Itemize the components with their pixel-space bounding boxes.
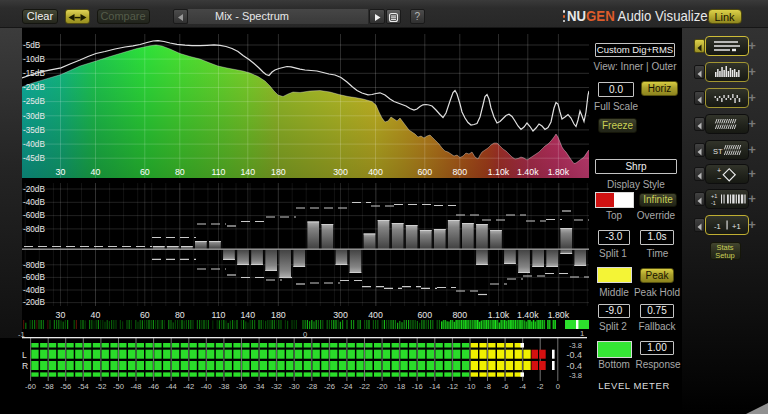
svg-text:30: 30 (56, 310, 66, 319)
svg-text:-28: -28 (306, 382, 317, 391)
svg-text:-20dB: -20dB (23, 185, 45, 194)
svg-text:-18: -18 (394, 382, 405, 391)
svg-text:-10: -10 (465, 382, 476, 391)
svg-text:300: 300 (333, 167, 348, 177)
svg-text:-4: -4 (519, 382, 526, 391)
svg-text:-14: -14 (429, 382, 440, 391)
svg-text:400: 400 (368, 310, 383, 319)
svg-text:-15dB: -15dB (23, 69, 45, 78)
svg-text:-5dB: -5dB (23, 41, 41, 50)
svg-text:40: 40 (91, 167, 101, 177)
svg-text:-36: -36 (236, 382, 247, 391)
svg-text:-26: -26 (324, 382, 335, 391)
svg-text:140: 140 (240, 310, 255, 319)
svg-text:110: 110 (211, 167, 225, 177)
svg-text:30: 30 (56, 167, 66, 177)
svg-text:+1: +1 (732, 222, 741, 231)
svg-text:+: + (717, 166, 721, 173)
svg-text:1.80k: 1.80k (548, 310, 570, 319)
svg-text:-2: -2 (537, 382, 544, 391)
svg-text:1.40k: 1.40k (517, 167, 539, 177)
svg-text:1.40k: 1.40k (517, 310, 539, 319)
svg-text:−: − (717, 175, 721, 182)
svg-text:-20dB: -20dB (23, 83, 45, 92)
svg-text:300: 300 (333, 310, 348, 319)
svg-text:180: 180 (271, 310, 286, 319)
svg-text:-42: -42 (183, 382, 194, 391)
svg-text:-30: -30 (289, 382, 300, 391)
svg-text:-34: -34 (254, 382, 265, 391)
svg-text:L: L (22, 350, 27, 360)
svg-text:-58: -58 (43, 382, 54, 391)
svg-text:-44: -44 (166, 382, 177, 391)
svg-text:-40dB: -40dB (23, 286, 45, 295)
svg-text:60: 60 (140, 167, 150, 177)
svg-text:-10dB: -10dB (23, 55, 45, 64)
svg-text:-48: -48 (131, 382, 142, 391)
svg-text:-1: -1 (714, 222, 721, 231)
svg-text:-1: -1 (711, 200, 716, 206)
svg-text:-16: -16 (412, 382, 423, 391)
svg-text:-52: -52 (95, 382, 106, 391)
svg-text:-38: -38 (218, 382, 229, 391)
svg-text:-54: -54 (78, 382, 89, 391)
svg-text:-30dB: -30dB (23, 112, 45, 121)
svg-text:-80dB: -80dB (23, 261, 45, 270)
svg-text:80: 80 (175, 167, 185, 177)
svg-text:-24: -24 (341, 382, 352, 391)
svg-text:800: 800 (452, 310, 467, 319)
svg-text:-60dB: -60dB (23, 273, 45, 282)
svg-text:110: 110 (211, 310, 225, 319)
svg-text:R: R (22, 361, 28, 371)
svg-text:800: 800 (452, 167, 467, 177)
svg-text:1.80k: 1.80k (548, 167, 570, 177)
svg-text:1.10k: 1.10k (488, 167, 510, 177)
svg-text:-40dB: -40dB (23, 198, 45, 207)
svg-text:600: 600 (417, 167, 432, 177)
svg-text:-32: -32 (271, 382, 282, 391)
svg-text:-20: -20 (377, 382, 388, 391)
svg-text:-56: -56 (60, 382, 71, 391)
svg-text:-46: -46 (148, 382, 159, 391)
svg-text:-25dB: -25dB (23, 97, 45, 106)
svg-text:-40: -40 (201, 382, 212, 391)
svg-text:-8: -8 (484, 382, 491, 391)
svg-text:400: 400 (368, 167, 383, 177)
svg-text:-60dB: -60dB (23, 211, 45, 220)
svg-text:-45dB: -45dB (23, 154, 45, 163)
svg-text:-50: -50 (113, 382, 124, 391)
svg-text:0: 0 (556, 382, 560, 391)
svg-text:60: 60 (140, 310, 150, 319)
svg-text:40: 40 (91, 310, 101, 319)
svg-text:1.10k: 1.10k (488, 310, 510, 319)
svg-text:-20dB: -20dB (23, 298, 45, 307)
svg-text:-12: -12 (447, 382, 458, 391)
svg-text:-80dB: -80dB (23, 225, 45, 234)
svg-text:-40dB: -40dB (23, 140, 45, 149)
svg-text:-22: -22 (359, 382, 370, 391)
svg-text:180: 180 (271, 167, 286, 177)
svg-text:80: 80 (175, 310, 185, 319)
svg-text:-60: -60 (25, 382, 36, 391)
svg-text:600: 600 (417, 310, 432, 319)
svg-text:ST: ST (713, 147, 723, 156)
svg-text:+1: +1 (711, 193, 717, 199)
svg-text:-6: -6 (502, 382, 509, 391)
svg-text:140: 140 (240, 167, 255, 177)
svg-text:-35dB: -35dB (23, 126, 45, 135)
